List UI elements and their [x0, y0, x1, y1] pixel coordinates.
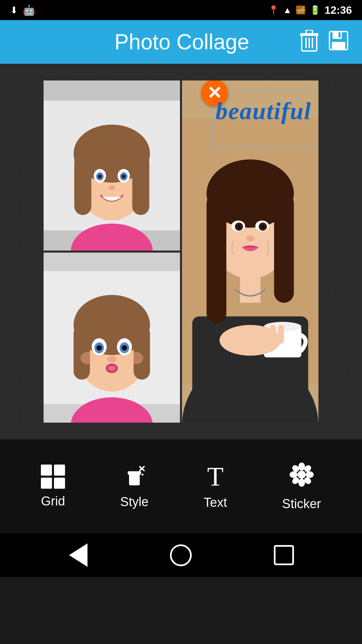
status-bar-right: 📍 ▲ 📶 🔋 12:36 [268, 4, 352, 16]
sticker-label: Sticker [282, 497, 321, 511]
svg-rect-9 [332, 42, 345, 49]
grid-cell [41, 478, 52, 489]
svg-point-23 [108, 185, 115, 190]
svg-rect-16 [132, 154, 149, 215]
home-button[interactable] [168, 542, 194, 569]
svg-rect-49 [274, 194, 294, 303]
location-icon: 📍 [268, 5, 279, 15]
svg-rect-63 [129, 473, 140, 485]
svg-point-35 [97, 345, 102, 351]
app-header: Photo Collage [0, 20, 362, 64]
bottom-toolbar: Grid Style T Text [0, 439, 362, 533]
svg-point-55 [261, 225, 265, 229]
canvas-area: ✕ ↻ beautiful [0, 64, 362, 439]
svg-rect-62 [278, 325, 284, 344]
svg-point-36 [122, 345, 127, 351]
svg-rect-45 [240, 275, 260, 303]
svg-rect-60 [262, 327, 268, 344]
recents-icon [274, 545, 294, 565]
header-actions [300, 30, 349, 54]
navigation-bar [0, 533, 362, 577]
text-icon: T [207, 463, 224, 490]
toolbar-style[interactable]: Style [120, 464, 148, 509]
status-bar-left: ⬇ 🤖 [10, 4, 35, 16]
sticker-icon [289, 462, 314, 491]
wifi-icon: ▲ [283, 5, 292, 15]
svg-point-71 [298, 479, 305, 487]
text-close-button[interactable]: ✕ [201, 80, 228, 106]
svg-point-73 [306, 471, 314, 478]
battery-icon: 🔋 [310, 5, 320, 15]
svg-point-72 [290, 471, 298, 478]
svg-point-41 [128, 352, 143, 364]
text-label: Text [204, 495, 227, 510]
toolbar-text[interactable]: T Text [204, 463, 227, 510]
svg-rect-61 [270, 325, 276, 344]
toolbar-sticker[interactable]: Sticker [282, 462, 321, 511]
photo-child-smiling [44, 80, 180, 251]
recents-button[interactable] [270, 542, 297, 569]
status-time: 12:36 [324, 4, 352, 16]
svg-point-22 [122, 174, 126, 178]
delete-button[interactable] [300, 30, 318, 54]
status-bar: ⬇ 🤖 📍 ▲ 📶 🔋 12:36 [0, 0, 362, 20]
text-selection-box: ✕ ↻ [212, 91, 318, 148]
download-icon: ⬇ [10, 5, 18, 16]
grid-cell [54, 478, 65, 489]
svg-point-37 [107, 356, 116, 362]
back-button[interactable] [65, 542, 92, 569]
svg-rect-15 [74, 154, 92, 215]
svg-rect-8 [339, 32, 341, 38]
style-label: Style [120, 495, 148, 509]
svg-point-69 [298, 471, 306, 479]
svg-point-56 [246, 236, 254, 241]
svg-point-67 [141, 474, 143, 476]
save-button[interactable] [328, 31, 349, 53]
svg-point-68 [140, 468, 141, 470]
svg-point-21 [98, 174, 102, 178]
page-title: Photo Collage [64, 30, 300, 54]
grid-cell [54, 465, 65, 476]
svg-rect-64 [128, 471, 141, 475]
photo-cell-right[interactable]: ✕ ↻ beautiful [182, 80, 318, 423]
svg-rect-2 [306, 30, 312, 34]
svg-point-39 [108, 366, 115, 371]
toolbar-grid[interactable]: Grid [41, 465, 65, 508]
collage-grid: ✕ ↻ beautiful [44, 80, 318, 423]
grid-cell [41, 465, 52, 476]
photo-cell-top-left[interactable] [44, 80, 180, 251]
svg-point-54 [237, 225, 241, 229]
style-icon [122, 464, 146, 489]
svg-rect-48 [206, 194, 226, 323]
svg-point-70 [298, 463, 305, 471]
signal-off-icon: 📶 [296, 5, 306, 15]
back-icon [69, 543, 87, 567]
home-icon [170, 544, 192, 566]
photo-child-funny [44, 253, 180, 423]
grid-label: Grid [41, 494, 65, 508]
android-icon: 🤖 [23, 4, 35, 16]
svg-point-40 [80, 352, 96, 364]
photo-cell-bottom-left[interactable] [44, 253, 180, 423]
grid-icon [41, 465, 65, 489]
